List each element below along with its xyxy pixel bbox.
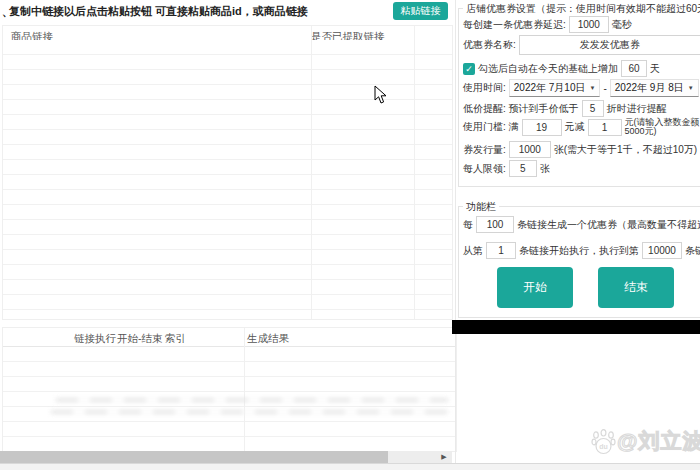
low-price-input[interactable]	[582, 100, 604, 117]
scrollbar-thumb[interactable]	[0, 451, 388, 463]
function-bar-group: 功能栏 每 条链接生成一个优惠券（最高数量不得超过100） 从第 条链接开始执行…	[458, 206, 700, 318]
from-prefix: 从第	[463, 244, 483, 258]
toolbar: 、 复制中链接以后点击粘贴按钮 可直接粘贴商品id，或商品链接 粘贴链接	[0, 0, 455, 24]
product-links-table-body[interactable]	[3, 40, 452, 319]
results-table: 链接执行 开始-结束 索引 生成结果	[2, 327, 457, 452]
links-per-coupon-row: 每 条链接生成一个优惠券（最高数量不得超过100）	[463, 216, 700, 233]
use-time-label: 使用时间:	[463, 81, 506, 95]
svg-text:du: du	[599, 443, 608, 450]
per-prefix: 每	[463, 218, 473, 232]
scroll-right-arrow-icon[interactable]: ▶	[436, 451, 452, 463]
coupon-name-label: 优惠券名称:	[463, 38, 516, 52]
auto-extend-days-input[interactable]	[621, 60, 647, 77]
to-suffix: 条链接后结束任	[685, 244, 700, 258]
threshold-mid-label: 元减	[565, 120, 585, 134]
column-divider	[311, 26, 312, 319]
auto-extend-label: 勾选后自动在今天的基础上增加	[478, 62, 618, 76]
issue-volume-note: 张(需大于等于1千，不超过10万)	[554, 143, 697, 157]
links-per-coupon-input[interactable]	[476, 216, 514, 233]
window-bottom-strip	[0, 463, 700, 470]
end-index-input[interactable]	[642, 242, 682, 259]
delay-input[interactable]	[569, 16, 609, 33]
app-window: 、 复制中链接以后点击粘贴按钮 可直接粘贴商品id，或商品链接 粘贴链接 商品链…	[0, 0, 700, 470]
threshold-amount-input[interactable]	[522, 119, 562, 136]
watermark: du @刘立波	[591, 427, 700, 455]
auto-extend-checkbox[interactable]: ✓	[463, 63, 475, 75]
redacted-blur	[56, 398, 448, 402]
execution-range-row: 从第 条链接开始执行，执行到第 条链接后结束任	[463, 242, 700, 259]
end-date-select[interactable]: 2022年 9月 8日 ▼	[610, 79, 699, 97]
per-person-limit-row: 每人限领: 张	[463, 160, 550, 177]
product-links-table: 商品链接 是否已提取链接	[2, 25, 453, 320]
coupon-name-row: 优惠券名称:	[463, 35, 700, 55]
panel-divider	[455, 0, 456, 463]
chevron-down-icon: ▼	[688, 85, 694, 91]
start-index-input[interactable]	[486, 242, 516, 259]
start-date-select[interactable]: 2022年 7月10日 ▼	[509, 79, 601, 97]
auto-extend-row: ✓ 勾选后自动在今天的基础上增加 天	[463, 60, 660, 77]
black-separator-bar	[452, 320, 700, 334]
redacted-blur	[51, 410, 449, 414]
end-date-value: 2022年 9月 8日	[615, 81, 684, 95]
auto-extend-unit: 天	[650, 62, 660, 76]
mouse-cursor	[374, 85, 388, 105]
end-button[interactable]: 结束	[598, 267, 674, 308]
coupon-settings-legend: 店铺优惠券设置（提示：使用时间有效期不能超过60天）	[463, 2, 700, 16]
column-divider	[244, 328, 245, 451]
date-range-separator: -	[603, 83, 606, 94]
watermark-handle: @刘立波	[617, 427, 700, 455]
per-person-limit-input[interactable]	[509, 160, 537, 177]
column-header-link-exec: 链接执行	[74, 332, 116, 346]
delay-row: 每创建一条优惠券延迟: 毫秒	[463, 16, 632, 33]
issue-volume-input[interactable]	[509, 141, 551, 158]
issue-volume-label: 券发行量:	[463, 143, 506, 157]
column-header-start-end: 开始-结束	[117, 332, 163, 346]
low-price-suffix: 折时进行提醒	[607, 102, 667, 116]
use-time-row: 使用时间: 2022年 7月10日 ▼ - 2022年 9月 8日 ▼	[463, 79, 699, 97]
paste-link-button[interactable]: 粘贴链接	[393, 2, 448, 20]
coupon-name-input[interactable]	[519, 35, 700, 55]
per-suffix: 条链接生成一个优惠券（最高数量不得超过100）	[517, 218, 700, 232]
column-divider	[414, 26, 415, 319]
per-person-limit-unit: 张	[540, 162, 550, 176]
threshold-row: 使用门槛: 满 元减 元(请输入整数金额，面5000元)	[463, 118, 700, 136]
from-mid-label: 条链接开始执行，执行到第	[519, 244, 639, 258]
start-button[interactable]: 开始	[497, 267, 573, 308]
instruction-text: 复制中链接以后点击粘贴按钮 可直接粘贴商品id，或商品链接	[9, 4, 308, 19]
threshold-note-line2: 5000元)	[625, 126, 657, 136]
delay-label: 每创建一条优惠券延迟:	[463, 18, 566, 32]
baidu-paw-icon: du	[591, 428, 616, 455]
low-price-row: 低价提醒: 预计到手价低于 折时进行提醒	[463, 100, 667, 117]
horizontal-scrollbar[interactable]: ▶	[0, 451, 452, 463]
column-header-index: 索引	[165, 332, 186, 346]
threshold-note: 元(请输入整数金额，面5000元)	[625, 118, 700, 136]
discount-amount-input[interactable]	[588, 119, 622, 136]
column-header-result: 生成结果	[247, 332, 289, 346]
issue-volume-row: 券发行量: 张(需大于等于1千，不超过10万)	[463, 141, 697, 158]
chevron-down-icon: ▼	[590, 85, 596, 91]
start-date-value: 2022年 7月10日	[514, 81, 586, 95]
per-person-limit-label: 每人限领:	[463, 162, 506, 176]
delay-unit: 毫秒	[612, 18, 632, 32]
function-bar-legend: 功能栏	[463, 200, 499, 214]
threshold-label: 使用门槛: 满	[463, 120, 519, 134]
low-price-label: 低价提醒: 预计到手价低于	[463, 102, 579, 116]
coupon-settings-group: 店铺优惠券设置（提示：使用时间有效期不能超过60天） 每创建一条优惠券延迟: 毫…	[458, 8, 700, 187]
